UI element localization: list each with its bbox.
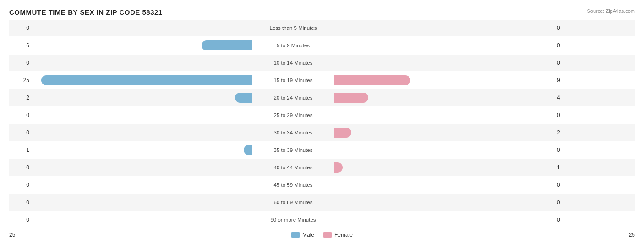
bar-left-container bbox=[32, 75, 252, 85]
bar-right-container bbox=[334, 75, 554, 85]
row-label: 30 to 34 Minutes bbox=[252, 130, 334, 135]
male-value: 0 bbox=[9, 129, 32, 136]
row-label: 60 to 89 Minutes bbox=[252, 200, 334, 205]
bar-right-container bbox=[334, 128, 554, 138]
male-label: Male bbox=[302, 232, 314, 238]
row-label: 35 to 39 Minutes bbox=[252, 147, 334, 153]
table-row: 0 10 to 14 Minutes 0 bbox=[9, 55, 635, 71]
legend-left-scale: 25 bbox=[9, 232, 32, 238]
bar-left-container bbox=[32, 145, 252, 155]
female-value: 0 bbox=[554, 199, 577, 206]
bar-male bbox=[41, 75, 252, 85]
bar-right-container bbox=[334, 40, 554, 50]
bar-female bbox=[334, 75, 410, 85]
bar-right-container bbox=[334, 23, 554, 33]
female-value: 9 bbox=[554, 77, 577, 84]
table-row: 1 35 to 39 Minutes 0 bbox=[9, 142, 635, 158]
female-value: 0 bbox=[554, 147, 577, 153]
bar-left-container bbox=[32, 93, 252, 103]
chart-container: COMMUTE TIME BY SEX IN ZIP CODE 58321 So… bbox=[0, 0, 644, 240]
bar-left-container bbox=[32, 40, 252, 50]
male-value: 0 bbox=[9, 25, 32, 31]
bar-left-container bbox=[32, 128, 252, 138]
row-label: 25 to 29 Minutes bbox=[252, 112, 334, 118]
female-value: 2 bbox=[554, 129, 577, 136]
row-label: 10 to 14 Minutes bbox=[252, 60, 334, 66]
bar-right-container bbox=[334, 58, 554, 68]
female-value: 0 bbox=[554, 25, 577, 31]
bar-right-container bbox=[334, 145, 554, 155]
male-value: 2 bbox=[9, 95, 32, 101]
legend-male: Male bbox=[291, 232, 314, 238]
bar-female bbox=[334, 162, 343, 173]
table-row: 0 90 or more Minutes 0 bbox=[9, 212, 635, 228]
chart-title: COMMUTE TIME BY SEX IN ZIP CODE 58321 bbox=[9, 8, 635, 16]
bar-female bbox=[334, 128, 351, 138]
bar-right-container bbox=[334, 110, 554, 120]
bar-left-container bbox=[32, 197, 252, 207]
bar-left-container bbox=[32, 215, 252, 225]
table-row: 0 45 to 59 Minutes 0 bbox=[9, 177, 635, 193]
bar-male bbox=[202, 40, 252, 50]
male-value: 6 bbox=[9, 42, 32, 49]
male-value: 0 bbox=[9, 217, 32, 223]
bar-right-container bbox=[334, 215, 554, 225]
female-value: 4 bbox=[554, 95, 577, 101]
bars-area: 0 Less than 5 Minutes 0 6 5 to 9 Minutes… bbox=[9, 20, 635, 228]
legend-center: Male Female bbox=[291, 232, 353, 238]
table-row: 0 60 to 89 Minutes 0 bbox=[9, 194, 635, 211]
male-swatch bbox=[291, 232, 300, 238]
male-value: 25 bbox=[9, 77, 32, 84]
table-row: 0 Less than 5 Minutes 0 bbox=[9, 20, 635, 36]
female-value: 0 bbox=[554, 60, 577, 66]
female-value: 1 bbox=[554, 164, 577, 171]
table-row: 0 25 to 29 Minutes 0 bbox=[9, 107, 635, 123]
legend-right-scale: 25 bbox=[612, 232, 635, 238]
female-value: 0 bbox=[554, 112, 577, 118]
row-label: 20 to 24 Minutes bbox=[252, 95, 334, 100]
bar-female bbox=[334, 93, 368, 103]
bar-right-container bbox=[334, 162, 554, 173]
legend-female: Female bbox=[323, 232, 353, 238]
female-swatch bbox=[323, 232, 332, 238]
legend-area: 25 Male Female 25 bbox=[9, 232, 635, 238]
table-row: 2 20 to 24 Minutes 4 bbox=[9, 89, 635, 106]
bar-right-container bbox=[334, 180, 554, 190]
table-row: 0 30 to 34 Minutes 2 bbox=[9, 124, 635, 141]
row-label: 5 to 9 Minutes bbox=[252, 43, 334, 48]
source-label: Source: ZipAtlas.com bbox=[587, 8, 635, 14]
bar-left-container bbox=[32, 162, 252, 173]
male-value: 0 bbox=[9, 60, 32, 66]
female-value: 0 bbox=[554, 217, 577, 223]
male-value: 0 bbox=[9, 112, 32, 118]
row-label: 45 to 59 Minutes bbox=[252, 182, 334, 188]
male-value: 0 bbox=[9, 199, 32, 206]
row-label: 15 to 19 Minutes bbox=[252, 78, 334, 83]
female-value: 0 bbox=[554, 182, 577, 188]
table-row: 0 40 to 44 Minutes 1 bbox=[9, 159, 635, 176]
female-value: 0 bbox=[554, 42, 577, 49]
table-row: 6 5 to 9 Minutes 0 bbox=[9, 37, 635, 54]
row-label: Less than 5 Minutes bbox=[252, 25, 334, 31]
row-label: 40 to 44 Minutes bbox=[252, 165, 334, 170]
bar-left-container bbox=[32, 58, 252, 68]
female-label: Female bbox=[334, 232, 353, 238]
bar-left-container bbox=[32, 23, 252, 33]
bar-right-container bbox=[334, 197, 554, 207]
male-value: 1 bbox=[9, 147, 32, 153]
bar-left-container bbox=[32, 180, 252, 190]
bar-left-container bbox=[32, 110, 252, 120]
bar-male bbox=[235, 93, 252, 103]
male-value: 0 bbox=[9, 182, 32, 188]
table-row: 25 15 to 19 Minutes 9 bbox=[9, 72, 635, 89]
bar-male bbox=[244, 145, 252, 155]
male-value: 0 bbox=[9, 164, 32, 171]
row-label: 90 or more Minutes bbox=[252, 217, 334, 223]
bar-right-container bbox=[334, 93, 554, 103]
